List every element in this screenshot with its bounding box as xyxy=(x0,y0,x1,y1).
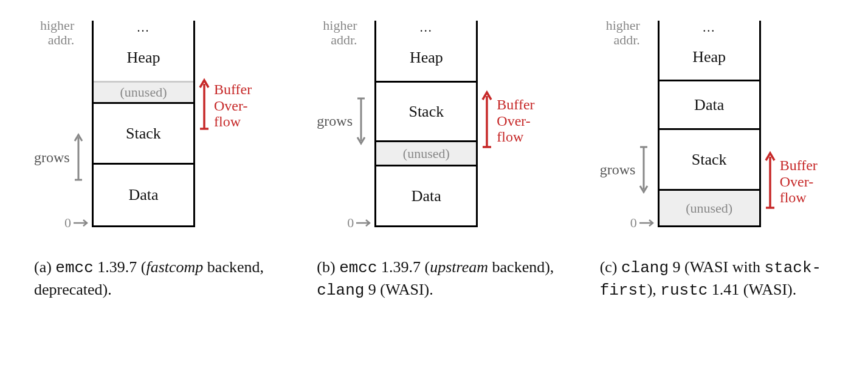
segment-dots: ... xyxy=(660,21,759,34)
segment-stack: Stack xyxy=(376,83,476,142)
segment-heap: Heap xyxy=(660,34,759,81)
buffer-overflow-text: Buffer Over- flow xyxy=(780,157,818,205)
grows-label: grows xyxy=(317,94,367,148)
arrow-up-red-icon xyxy=(198,75,210,136)
arrow-right-icon xyxy=(354,219,374,227)
segment-dots: ... xyxy=(376,21,476,34)
zero-addr-label: 0 xyxy=(347,215,374,231)
segment-data: Data xyxy=(660,81,759,130)
buffer-overflow-text: Buffer Over- flow xyxy=(214,81,252,129)
segment-heap: Heap xyxy=(376,34,476,83)
arrow-down-icon xyxy=(638,142,650,197)
zero-addr-label: 0 xyxy=(630,215,658,231)
buffer-overflow-text: Buffer Over- flow xyxy=(497,97,534,145)
arrow-right-icon xyxy=(71,219,92,227)
grows-label: grows xyxy=(34,130,84,185)
zero-addr-label: 0 xyxy=(64,215,92,231)
panel-c: higher addr. 0 grows xyxy=(588,15,846,301)
arrow-up-red-icon xyxy=(481,87,493,154)
segment-unused: (unused) xyxy=(94,81,193,104)
grows-label: grows xyxy=(600,142,650,197)
arrow-up-red-icon xyxy=(764,148,776,215)
segment-unused: (unused) xyxy=(376,142,476,166)
arrow-up-icon xyxy=(72,130,84,185)
diagram-a: higher addr. 0 grows xyxy=(22,15,280,245)
buffer-overflow-label: Buffer Over- flow xyxy=(764,148,818,215)
buffer-overflow-label: Buffer Over- flow xyxy=(198,75,252,136)
diagram-b: higher addr. 0 grows xyxy=(305,15,563,245)
higher-addr-label: higher addr. xyxy=(40,18,74,47)
memory-layout-figure: higher addr. 0 grows xyxy=(22,15,846,301)
diagram-c: higher addr. 0 grows xyxy=(588,15,846,245)
higher-addr-label: higher addr. xyxy=(323,18,357,47)
caption-c: (c) clang 9 (WASI with stack-first), rus… xyxy=(588,256,846,301)
caption-b: (b) emcc 1.39.7 (upstream backend), clan… xyxy=(305,256,563,301)
memory-tower: ... Heap Stack (unused) Data xyxy=(374,21,478,227)
arrow-right-icon xyxy=(637,219,658,227)
panel-a: higher addr. 0 grows xyxy=(22,15,280,301)
caption-a: (a) emcc 1.39.7 (fastcomp backend, depre… xyxy=(22,256,280,300)
segment-data: Data xyxy=(94,165,193,227)
segment-stack: Stack xyxy=(94,104,193,165)
buffer-overflow-label: Buffer Over- flow xyxy=(481,87,534,154)
panel-b: higher addr. 0 grows xyxy=(305,15,563,301)
segment-dots: ... xyxy=(94,21,193,34)
arrow-down-icon xyxy=(355,94,367,148)
segment-unused: (unused) xyxy=(660,191,759,227)
segment-data: Data xyxy=(376,166,476,227)
memory-tower: ... Heap (unused) Stack Data xyxy=(92,21,195,227)
higher-addr-label: higher addr. xyxy=(606,18,640,47)
memory-tower: ... Heap Data Stack (unused) xyxy=(658,21,761,227)
segment-heap: Heap xyxy=(94,34,193,83)
segment-stack: Stack xyxy=(660,130,759,191)
